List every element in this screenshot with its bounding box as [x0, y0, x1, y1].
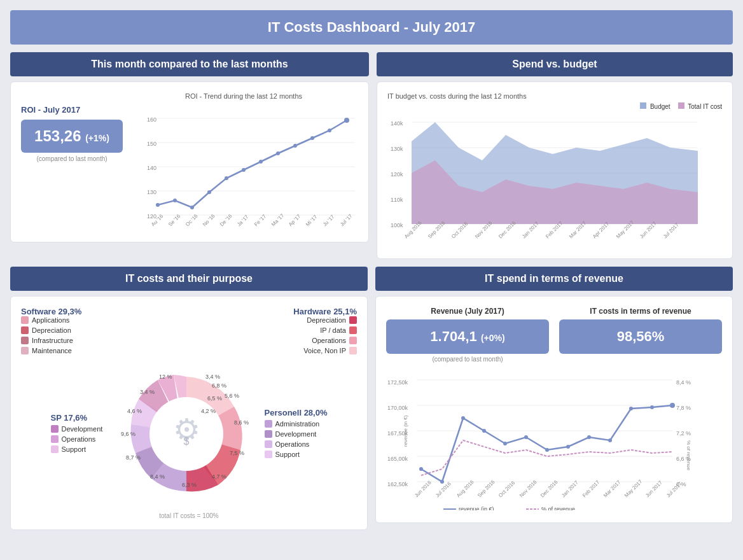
- section-header-monthly: This month compared to the last months: [10, 52, 369, 76]
- svg-point-97: [503, 442, 507, 445]
- svg-point-16: [259, 160, 263, 164]
- svg-text:110k: 110k: [391, 197, 403, 203]
- svg-text:3,4 %: 3,4 %: [205, 374, 220, 380]
- svg-text:$: $: [183, 436, 189, 447]
- svg-text:3,4 %: 3,4 %: [140, 389, 155, 395]
- roi-line-chart: 160 150 140 130 120: [129, 102, 358, 230]
- roi-value-box: 153,26 (+1%): [21, 120, 123, 153]
- svg-text:6,5 %: 6,5 %: [207, 395, 222, 402]
- svg-text:revenue (in €): revenue (in €): [403, 415, 408, 447]
- costs-card: Software 29,3% Applications Depreciation…: [10, 296, 368, 530]
- total-note: total IT costs = 100%: [21, 512, 357, 519]
- svg-text:Jul 2017: Jul 2017: [665, 480, 683, 498]
- costs-revenue-box: IT costs in terms of revenue 98,56%: [559, 307, 722, 363]
- svg-text:7,5 %: 7,5 %: [230, 450, 244, 456]
- svg-point-98: [524, 435, 528, 439]
- svg-text:9,6 %: 9,6 %: [121, 431, 135, 437]
- svg-point-101: [587, 435, 591, 439]
- svg-point-102: [608, 438, 612, 442]
- svg-text:120k: 120k: [391, 171, 403, 178]
- spend-chart-title: IT budget vs. costs during the last 12 m…: [387, 92, 722, 100]
- svg-text:4,2 %: 4,2 %: [201, 408, 216, 414]
- svg-point-104: [650, 405, 654, 409]
- svg-text:Mi '17: Mi '17: [305, 214, 319, 228]
- sp-legend: SP 17,6% Development Operations Support: [51, 413, 108, 456]
- svg-text:% of revenue: % of revenue: [541, 506, 575, 510]
- svg-text:Jun 2017: Jun 2017: [644, 479, 663, 498]
- svg-text:130k: 130k: [391, 146, 403, 152]
- svg-point-105: [670, 403, 675, 408]
- donut-chart: ⚙ $ 5,6 % 8,6 % 7,5 % 4,7 % 6,3 % 8,4 % …: [113, 361, 260, 507]
- svg-text:7,2 %: 7,2 %: [676, 430, 691, 437]
- svg-text:140k: 140k: [391, 120, 403, 127]
- svg-text:150: 150: [147, 141, 156, 147]
- spend-area-chart: 140k 130k 120k 110k 100k Aug 2016: [387, 113, 699, 246]
- roi-title: ROI - July 2017: [21, 105, 123, 115]
- svg-text:4,6 %: 4,6 %: [127, 408, 142, 414]
- svg-text:Jun 2016: Jun 2016: [413, 479, 433, 498]
- revenue-title: Revenue (July 2017): [386, 307, 549, 316]
- svg-text:6,3 %: 6,3 %: [182, 482, 197, 488]
- svg-text:6,8 %: 6,8 %: [212, 382, 226, 389]
- personell-legend: Personell 28,0% Administration Developme…: [265, 408, 328, 461]
- svg-point-94: [440, 480, 444, 484]
- svg-text:Ma '17: Ma '17: [270, 213, 286, 228]
- svg-text:162,50k: 162,50k: [387, 481, 408, 487]
- svg-text:172,50k: 172,50k: [387, 379, 408, 386]
- totalcost-legend: Total IT cost: [678, 102, 722, 110]
- roi-card: ROI - July 2017 153,26 (+1%) (compared t…: [10, 81, 369, 242]
- revenue-box: Revenue (July 2017) 1.704,1 (+0%) (compa…: [386, 307, 549, 363]
- svg-text:130: 130: [147, 189, 156, 195]
- budget-legend: Budget: [640, 102, 670, 110]
- revenue-chart: 172,50k 170,00k 167,50k 165,00k 162,50k …: [386, 370, 698, 510]
- costs-revenue-value: 98,56%: [559, 319, 722, 354]
- svg-text:% of revenue: % of revenue: [686, 440, 691, 471]
- revenue-card: Revenue (July 2017) 1.704,1 (+0%) (compa…: [375, 296, 733, 523]
- svg-text:12 %: 12 %: [159, 374, 172, 380]
- roi-compare: (compared to last month): [21, 155, 123, 162]
- svg-text:8,4 %: 8,4 %: [150, 473, 165, 480]
- svg-point-103: [629, 407, 633, 410]
- svg-point-95: [461, 416, 465, 420]
- svg-point-17: [276, 151, 280, 155]
- svg-text:Ja '17: Ja '17: [236, 214, 250, 228]
- spend-card: IT budget vs. costs during the last 12 m…: [377, 81, 733, 259]
- svg-text:Oct 2016: Oct 2016: [497, 480, 517, 499]
- svg-text:140: 140: [147, 165, 156, 171]
- svg-point-11: [173, 199, 177, 202]
- section-header-spend: Spend vs. budget: [377, 52, 733, 76]
- roi-chart: ROI - Trend during the last 12 months 16…: [129, 92, 358, 232]
- svg-text:160: 160: [147, 116, 156, 123]
- svg-text:revenue (in €): revenue (in €): [459, 506, 494, 510]
- section-header-revenue: IT spend in terms of revenue: [375, 267, 733, 291]
- svg-point-93: [419, 467, 423, 471]
- revenue-top: Revenue (July 2017) 1.704,1 (+0%) (compa…: [386, 307, 722, 363]
- svg-point-12: [190, 206, 194, 209]
- svg-text:8,4 %: 8,4 %: [676, 379, 691, 386]
- svg-point-19: [310, 136, 314, 140]
- svg-text:4,7 %: 4,7 %: [212, 473, 226, 480]
- svg-text:7,8 %: 7,8 %: [676, 405, 691, 411]
- svg-point-14: [225, 176, 228, 180]
- svg-text:170,00k: 170,00k: [387, 405, 408, 411]
- svg-point-21: [344, 118, 349, 123]
- roi-info: ROI - July 2017 153,26 (+1%) (compared t…: [21, 92, 123, 162]
- svg-point-13: [207, 190, 211, 194]
- revenue-value: 1.704,1 (+0%): [386, 319, 549, 354]
- svg-text:100k: 100k: [391, 222, 403, 228]
- svg-text:8,6 %: 8,6 %: [234, 419, 249, 426]
- page-title: IT Costs Dashboard - July 2017: [10, 10, 733, 45]
- svg-point-99: [545, 448, 549, 452]
- roi-value: 153,26 (+1%): [27, 127, 116, 145]
- svg-point-100: [566, 445, 570, 449]
- svg-point-96: [482, 429, 486, 433]
- svg-point-20: [328, 129, 331, 132]
- hardware-label: Hardware 25,1% Depreciation IP / data Op…: [293, 307, 357, 357]
- svg-text:5,6 %: 5,6 %: [225, 393, 239, 399]
- software-label: Software 29,3% Applications Depreciation…: [21, 307, 81, 357]
- svg-text:Jan 2017: Jan 2017: [560, 479, 580, 498]
- revenue-compare: (compared to last month): [386, 356, 549, 363]
- svg-point-10: [156, 203, 160, 207]
- svg-text:Jul 2016: Jul 2016: [434, 480, 452, 498]
- svg-text:8,7 %: 8,7 %: [126, 454, 141, 461]
